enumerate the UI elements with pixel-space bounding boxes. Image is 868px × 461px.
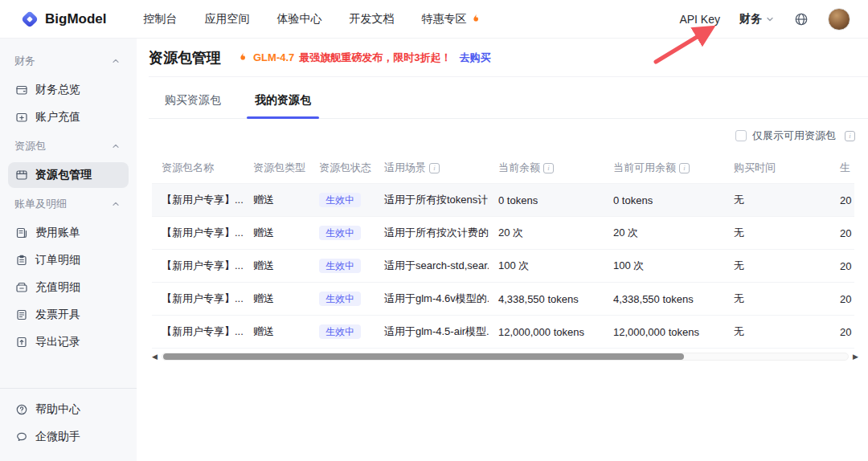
table-header-row: 资源包名称资源包类型资源包状态适用场景i当前余额i当前可用余额i购买时间生: [152, 153, 854, 184]
cell-balance: 12,000,000 tokens: [489, 316, 604, 349]
cell-name: 【新用户专享】...: [152, 283, 244, 316]
cell-effective-time: 20: [830, 217, 854, 250]
globe-icon[interactable]: [794, 12, 809, 27]
recharge-icon: [15, 111, 28, 124]
status-badge: 生效中: [319, 324, 361, 339]
cell-available-balance: 4,338,550 tokens: [604, 283, 724, 316]
tabs: 购买资源包我的资源包: [149, 77, 868, 119]
scroll-right-icon[interactable]: ▶: [853, 353, 858, 361]
brand[interactable]: BigModel: [21, 10, 107, 28]
status-badge: 生效中: [319, 259, 361, 273]
sidebar-item-label: 账户充值: [35, 110, 80, 124]
api-key-link[interactable]: API Key: [679, 13, 720, 26]
content: 资源包管理 GLM-4.7 最强旗舰重磅发布，限时3折起！ 去购买 购买资源包我…: [137, 39, 868, 461]
column-header-name: 资源包名称: [152, 153, 244, 184]
cell-name: 【新用户专享】...: [152, 217, 244, 250]
cell-scene: 适用于search-std,sear...: [375, 250, 489, 283]
cell-available-balance: 20 次: [604, 217, 724, 250]
nav-item-label: 体验中心: [277, 12, 322, 27]
column-header-purchase-time: 购买时间: [724, 153, 830, 184]
sidebar-item-recharge-details[interactable]: 充值明细: [8, 275, 129, 300]
cell-name: 【新用户专享】...: [152, 250, 244, 283]
sidebar-group-header-finance[interactable]: 财务: [0, 47, 137, 75]
topbar: BigModel 控制台应用空间体验中心开发文档特惠专区 API Key 财务: [0, 0, 868, 39]
sidebar-item-wecom-assistant[interactable]: 企微助手: [8, 424, 129, 450]
cell-purchase-time: 无: [724, 283, 830, 316]
resource-table-wrap: 资源包名称资源包类型资源包状态适用场景i当前余额i当前可用余额i购买时间生 【新…: [152, 153, 854, 349]
info-icon[interactable]: i: [429, 163, 440, 173]
nav-item-label: 应用空间: [205, 12, 250, 27]
cell-status: 生效中: [309, 316, 375, 349]
nav-item-app-space[interactable]: 应用空间: [205, 12, 250, 27]
filter-row: 仅展示可用资源包 i: [149, 119, 868, 153]
table-row[interactable]: 【新用户专享】...赠送生效中适用于所有按tokens计...0 tokens0…: [152, 184, 854, 217]
cell-scene: 适用于所有按次计费的...: [375, 217, 489, 250]
chevron-up-icon: [111, 56, 121, 66]
nav-item-label: 特惠专区: [422, 12, 467, 27]
only-available-checkbox[interactable]: [735, 130, 747, 141]
nav-item-dev-docs[interactable]: 开发文档: [350, 12, 395, 27]
sidebar-group-header-bills-details[interactable]: 账单及明细: [0, 190, 137, 218]
cell-purchase-time: 无: [724, 184, 830, 217]
sidebar-item-export-records[interactable]: 导出记录: [8, 329, 129, 355]
nav-item-label: 控制台: [144, 12, 178, 27]
user-avatar[interactable]: [828, 8, 850, 31]
account-menu[interactable]: 财务: [739, 12, 775, 27]
cell-status: 生效中: [309, 184, 375, 217]
cell-balance: 20 次: [489, 217, 604, 250]
cell-name: 【新用户专享】...: [152, 184, 244, 217]
info-icon[interactable]: i: [679, 163, 690, 173]
scrollbar-thumb[interactable]: [163, 353, 684, 360]
info-icon[interactable]: i: [543, 163, 554, 173]
horizontal-scrollbar[interactable]: ◀ ▶: [152, 351, 858, 362]
sidebar-item-finance-overview[interactable]: 财务总览: [8, 77, 129, 103]
nav-item-experience-center[interactable]: 体验中心: [277, 12, 322, 27]
table-row[interactable]: 【新用户专享】...赠送生效中适用于search-std,sear...100 …: [152, 250, 854, 283]
sidebar-item-help-center[interactable]: 帮助中心: [8, 397, 129, 422]
scroll-left-icon[interactable]: ◀: [152, 353, 158, 361]
column-header-status: 资源包状态: [309, 153, 375, 184]
chat-icon: [15, 430, 28, 443]
sidebar-item-expense-bills[interactable]: 费用账单: [8, 220, 129, 246]
column-header-available-balance: 当前可用余额i: [604, 153, 724, 184]
chevron-up-icon: [111, 141, 121, 151]
cell-effective-time: 20: [830, 184, 854, 217]
tab-my-packages[interactable]: 我的资源包: [248, 90, 317, 118]
column-header-type: 资源包类型: [244, 153, 309, 184]
sidebar-group-header-resource-package[interactable]: 资源包: [0, 132, 137, 161]
cell-effective-time: 20: [830, 283, 854, 316]
sidebar-item-label: 企微助手: [35, 430, 80, 444]
promo-banner: GLM-4.7 最强旗舰重磅发布，限时3折起！ 去购买: [237, 51, 491, 65]
table-row[interactable]: 【新用户专享】...赠送生效中适用于glm-4.6v模型的...4,338,55…: [152, 283, 854, 316]
cell-balance: 4,338,550 tokens: [489, 283, 604, 316]
sidebar-item-resource-package-management[interactable]: 资源包管理: [8, 162, 129, 188]
sidebar-item-account-recharge[interactable]: 账户充值: [8, 104, 129, 130]
sidebar-group-resource-package: 资源包资源包管理: [0, 132, 137, 188]
sidebar-item-order-details[interactable]: 订单明细: [8, 247, 129, 273]
tab-buy-packages[interactable]: 购买资源包: [158, 90, 227, 118]
sidebar-item-label: 资源包管理: [35, 168, 92, 182]
flame-icon: [237, 51, 248, 63]
scrollbar-track[interactable]: [162, 353, 849, 361]
table-row[interactable]: 【新用户专享】...赠送生效中适用于所有按次计费的...20 次20 次无20: [152, 217, 854, 250]
main-layout: 财务财务总览账户充值资源包资源包管理账单及明细费用账单订单明细充值明细发票开具导…: [0, 39, 868, 461]
table-row[interactable]: 【新用户专享】...赠送生效中适用于glm-4.5-air模型...12,000…: [152, 316, 854, 349]
column-header-balance: 当前余额i: [489, 153, 604, 184]
page-title: 资源包管理: [149, 48, 221, 67]
cell-scene: 适用于所有按tokens计...: [375, 184, 489, 217]
column-header-effective-time: 生: [830, 153, 854, 184]
nav-item-console[interactable]: 控制台: [144, 12, 178, 27]
sidebar-item-invoice-issue[interactable]: 发票开具: [8, 302, 129, 328]
resource-table: 资源包名称资源包类型资源包状态适用场景i当前余额i当前可用余额i购买时间生 【新…: [152, 153, 854, 349]
cell-purchase-time: 无: [724, 316, 830, 349]
status-badge: 生效中: [319, 226, 361, 240]
nav-item-promo-zone[interactable]: 特惠专区: [422, 12, 481, 27]
export-icon: [15, 336, 28, 349]
brand-name: BigModel: [45, 11, 107, 27]
wallet-icon: [15, 84, 28, 96]
only-available-label: 仅展示可用资源包: [752, 129, 836, 143]
info-icon[interactable]: i: [845, 131, 855, 141]
help-icon: [15, 403, 28, 416]
sidebar-item-label: 导出记录: [35, 335, 80, 349]
promo-buy-link[interactable]: 去购买: [460, 51, 491, 65]
